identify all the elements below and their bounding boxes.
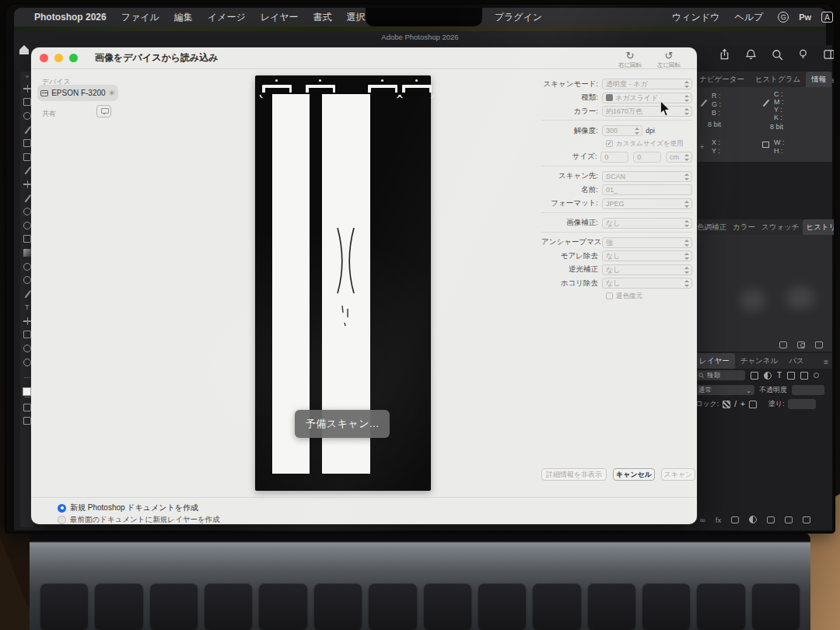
eyedropper-tool-icon[interactable]	[23, 166, 31, 174]
new-document-from-state-icon[interactable]	[779, 341, 787, 348]
menu-window[interactable]: ウィンドウ	[672, 11, 719, 24]
shape-tool-icon[interactable]	[23, 331, 31, 338]
zoom-tool-icon[interactable]	[23, 359, 31, 366]
lock-all-icon[interactable]	[749, 401, 757, 408]
opacity-field[interactable]	[792, 385, 824, 395]
blur-tool-icon[interactable]	[23, 263, 31, 271]
tab-navigator[interactable]: ナビゲーター	[694, 72, 750, 87]
pen-tool-icon[interactable]	[23, 290, 31, 298]
marquee-tool-icon[interactable]	[23, 98, 31, 106]
layer-mask-icon[interactable]	[731, 516, 739, 523]
cancel-button[interactable]: キャンセル	[613, 468, 655, 481]
blend-mode-select[interactable]: 通常⌄	[695, 385, 754, 395]
crop-tool-icon[interactable]	[23, 139, 31, 147]
dust-removal-select[interactable]: なし	[602, 278, 692, 289]
screen-mode-icon[interactable]	[23, 417, 31, 425]
scan-mode-select[interactable]: 透明度 - ネガ	[602, 79, 692, 89]
fade-restore-checkbox[interactable]: 退色復元	[606, 292, 692, 301]
filter-smart-objects-icon[interactable]	[800, 372, 808, 380]
tab-history[interactable]: ヒストリー	[803, 219, 834, 235]
panel-menu-icon[interactable]: ≡	[831, 76, 834, 87]
hide-details-button[interactable]: 詳細情報を非表示	[541, 468, 607, 481]
format-select[interactable]: JPEG	[602, 198, 692, 209]
move-tool-icon[interactable]	[23, 85, 31, 93]
path-selection-tool-icon[interactable]	[23, 317, 31, 325]
eraser-tool-icon[interactable]	[23, 235, 31, 243]
quick-mask-icon[interactable]	[23, 404, 31, 411]
menu-layer[interactable]: レイヤー	[261, 11, 299, 24]
more-tools-icon[interactable]: …	[23, 372, 31, 380]
resolution-select[interactable]: 300	[602, 125, 642, 136]
new-group-icon[interactable]	[767, 516, 775, 523]
discover-lightbulb-icon[interactable]	[797, 48, 809, 64]
gradient-tool-icon[interactable]	[23, 249, 31, 257]
circle-g-status-icon[interactable]: G	[778, 12, 789, 23]
tab-channels[interactable]: チャンネル	[735, 353, 784, 369]
unsharp-mask-select[interactable]: 強	[602, 237, 692, 248]
clone-stamp-tool-icon[interactable]	[23, 208, 31, 215]
size-width-field[interactable]: 0	[600, 152, 628, 163]
delete-state-icon[interactable]	[815, 341, 823, 348]
custom-size-checkbox[interactable]: ✓ カスタムサイズを使用	[606, 139, 692, 149]
type-tool-icon[interactable]: T	[23, 303, 31, 311]
filter-pixel-layers-icon[interactable]	[751, 372, 758, 380]
home-icon[interactable]	[19, 47, 29, 54]
kind-select[interactable]: ネガスライド	[602, 93, 692, 103]
filter-toggle-icon[interactable]	[814, 373, 819, 378]
menu-help[interactable]: ヘルプ	[734, 11, 763, 24]
scan-to-select[interactable]: SCAN	[602, 171, 692, 182]
toolbar-collapse-icon[interactable]: »	[26, 73, 29, 81]
hand-tool-icon[interactable]	[23, 345, 31, 352]
rotate-left-button[interactable]: ↺ 左に回転	[650, 51, 688, 69]
delete-layer-icon[interactable]	[803, 516, 810, 523]
panel-menu-icon[interactable]: ≡	[824, 358, 832, 369]
lock-paint-icon[interactable]: /	[734, 401, 737, 408]
tab-adjustments[interactable]: 色調補正	[694, 219, 730, 235]
tab-color[interactable]: カラー	[730, 219, 758, 235]
new-layer-icon[interactable]	[785, 516, 793, 523]
lock-transparency-icon[interactable]	[723, 401, 730, 408]
radio-new-layer[interactable]: 最前面のドキュメントに新規レイヤーを作成	[58, 515, 220, 525]
descreening-select[interactable]: なし	[602, 250, 692, 261]
backlight-correction-select[interactable]: なし	[602, 264, 692, 275]
zoom-button[interactable]	[69, 54, 78, 62]
quick-selection-tool-icon[interactable]	[23, 126, 31, 134]
new-snapshot-icon[interactable]	[797, 341, 805, 348]
menu-app-name[interactable]: Photoshop 2026	[34, 12, 107, 23]
link-layers-icon[interactable]: ∞	[700, 516, 705, 524]
history-brush-tool-icon[interactable]	[23, 222, 31, 229]
menu-image[interactable]: イメージ	[208, 11, 246, 24]
size-height-field[interactable]: 0	[633, 152, 661, 163]
brush-tool-icon[interactable]	[23, 194, 31, 202]
healing-brush-tool-icon[interactable]	[23, 180, 31, 188]
menu-edit[interactable]: 編集	[174, 11, 193, 24]
share-icon[interactable]	[719, 48, 730, 64]
arrange-panels-icon[interactable]	[824, 49, 834, 63]
dodge-tool-icon[interactable]	[23, 276, 31, 284]
menu-type[interactable]: 書式	[313, 11, 332, 24]
filter-adjustment-layers-icon[interactable]	[764, 372, 772, 380]
close-button[interactable]	[40, 54, 48, 62]
input-source-icon[interactable]: A	[821, 12, 833, 23]
layer-effects-icon[interactable]: fx	[716, 516, 721, 524]
image-correction-select[interactable]: なし	[602, 218, 692, 229]
minimize-button[interactable]	[54, 54, 63, 62]
filter-type-layers-icon[interactable]: T	[777, 372, 782, 380]
size-unit-select[interactable]: cm	[666, 152, 692, 163]
menu-file[interactable]: ファイル	[121, 11, 159, 24]
name-field[interactable]: 01_	[602, 184, 692, 195]
device-item-epson[interactable]: EPSON F-3200 ✳	[37, 85, 118, 101]
frame-tool-icon[interactable]	[23, 153, 31, 161]
tab-swatches[interactable]: スウォッチ	[758, 219, 803, 235]
lock-position-icon[interactable]: +	[740, 401, 745, 408]
search-icon[interactable]	[772, 49, 783, 64]
tab-paths[interactable]: パス	[783, 353, 809, 369]
scan-button[interactable]: スキャン	[661, 468, 695, 481]
fill-field[interactable]	[788, 399, 816, 409]
lasso-tool-icon[interactable]	[23, 112, 31, 120]
tab-histogram[interactable]: ヒストグラム	[750, 72, 806, 87]
tab-layers[interactable]: レイヤー	[694, 353, 735, 369]
radio-new-document[interactable]: 新規 Photoshop ドキュメントを作成	[58, 502, 198, 513]
tab-info[interactable]: 情報	[806, 72, 831, 87]
menu-plugins[interactable]: プラグイン	[495, 11, 542, 24]
